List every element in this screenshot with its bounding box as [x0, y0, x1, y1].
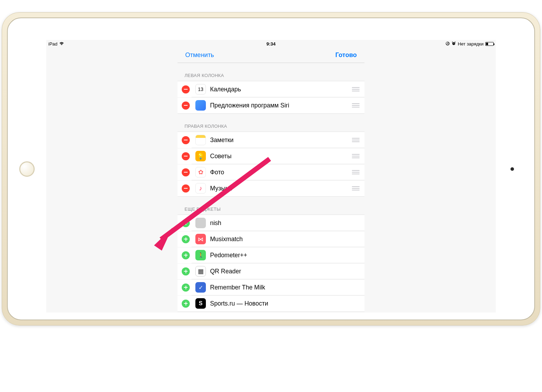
svg-rect-1 [447, 43, 448, 44]
widget-label: Музыка [210, 185, 232, 192]
drag-handle-icon[interactable] [352, 186, 360, 190]
widget-label: nish [210, 219, 221, 227]
nav-header: Отменить Готово [178, 48, 364, 63]
carrier-label: iPad [48, 41, 57, 47]
list-item: Фото [178, 164, 364, 180]
front-camera [510, 167, 514, 171]
widget-label: Фото [210, 169, 224, 176]
rotation-lock-icon [445, 41, 450, 47]
add-icon[interactable] [182, 251, 190, 259]
home-button[interactable] [19, 161, 35, 177]
list-right-column: Заметки Советы Фото [178, 132, 364, 197]
wifi-icon [59, 41, 64, 47]
remove-icon[interactable] [182, 184, 190, 192]
widget-label: QR Reader [210, 268, 241, 275]
alarm-icon [452, 41, 456, 46]
drag-handle-icon[interactable] [352, 103, 360, 107]
widget-label: Заметки [210, 136, 234, 144]
section-left-column: ЛЕВАЯ КОЛОНКА [178, 63, 364, 81]
list-item: Заметки [178, 132, 364, 148]
battery-icon [485, 42, 494, 46]
list-item: Предложения программ Siri [178, 97, 364, 113]
list-item: Советы [178, 148, 364, 164]
drag-handle-icon[interactable] [352, 138, 360, 142]
add-icon[interactable] [182, 267, 190, 275]
widget-label: Советы [210, 153, 231, 160]
widget-label: Remember The Milk [210, 284, 265, 291]
svg-marker-4 [154, 228, 172, 251]
status-bar: iPad 9:34 Нет зарядки [46, 40, 496, 48]
remove-icon[interactable] [182, 152, 190, 160]
list-more-widgets: nish Musixmatch Pedometer++ [178, 215, 364, 312]
section-more-widgets: ЕЩЕ ВИДЖЕТЫ [178, 197, 364, 215]
remove-icon[interactable] [182, 168, 190, 176]
qr-reader-icon [195, 266, 206, 276]
widget-label: Sports.ru — Новости [210, 300, 268, 307]
list-item: 13 Календарь [178, 81, 364, 97]
remove-icon[interactable] [182, 136, 190, 144]
calendar-icon: 13 [195, 84, 206, 94]
notes-icon [195, 135, 206, 145]
ipad-bezel: iPad 9:34 Нет зарядки [2, 12, 540, 326]
drag-handle-icon[interactable] [352, 170, 360, 174]
content-area: ЛЕВАЯ КОЛОНКА 13 Календарь Предложения п… [178, 63, 364, 312]
photos-icon [195, 167, 206, 177]
list-item: Pedometer++ [178, 247, 364, 263]
list-item: Sports.ru — Новости [178, 295, 364, 312]
battery-status-text: Нет зарядки [458, 41, 484, 47]
music-icon [195, 183, 206, 194]
siri-icon [195, 100, 206, 111]
drag-handle-icon[interactable] [352, 87, 360, 91]
widget-label: Pedometer++ [210, 252, 247, 259]
widget-label: Предложения программ Siri [210, 102, 289, 109]
list-item: QR Reader [178, 263, 364, 279]
app-icon [195, 218, 206, 228]
widget-label: Musixmatch [210, 236, 243, 243]
list-left-column: 13 Календарь Предложения программ Siri [178, 81, 364, 114]
tips-icon [195, 151, 206, 161]
sports-icon [195, 298, 206, 309]
add-icon[interactable] [182, 235, 190, 243]
list-item: Remember The Milk [178, 279, 364, 295]
done-button[interactable]: Готово [335, 51, 357, 59]
section-right-column: ПРАВАЯ КОЛОНКА [178, 114, 364, 132]
drag-handle-icon[interactable] [352, 154, 360, 158]
widget-label: Календарь [210, 86, 241, 93]
ipad-inner-bezel: iPad 9:34 Нет зарядки [7, 18, 535, 320]
add-icon[interactable] [182, 300, 190, 308]
clock: 9:34 [266, 41, 276, 47]
add-icon[interactable] [182, 284, 190, 292]
cancel-button[interactable]: Отменить [185, 51, 214, 59]
pedometer-icon [195, 250, 206, 260]
list-item: nish [178, 215, 364, 231]
rtm-icon [195, 282, 206, 293]
list-item: Musixmatch [178, 231, 364, 247]
screen: iPad 9:34 Нет зарядки [46, 40, 496, 313]
remove-icon[interactable] [182, 102, 190, 110]
list-item: Музыка [178, 180, 364, 196]
musixmatch-icon [195, 234, 206, 244]
remove-icon[interactable] [182, 85, 190, 93]
add-icon[interactable] [182, 219, 190, 227]
